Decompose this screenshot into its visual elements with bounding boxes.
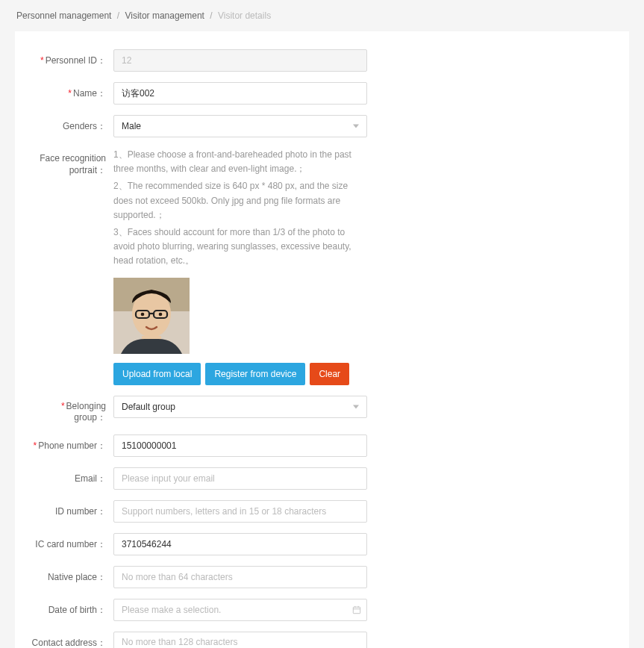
phone-input[interactable] (113, 434, 367, 457)
label-genders: Genders： (30, 115, 113, 133)
clear-button[interactable]: Clear (310, 363, 349, 385)
svg-point-6 (141, 312, 145, 316)
gender-select[interactable]: Male (113, 115, 367, 137)
dob-input[interactable] (113, 599, 367, 621)
label-personnel-id: *Personnel ID： (30, 49, 113, 67)
belonging-group-select[interactable]: Default group (113, 396, 367, 418)
upload-from-local-button[interactable]: Upload from local (113, 363, 201, 385)
label-belonging-group: *Belonging group： (30, 396, 113, 424)
breadcrumb-current: Visitor details (218, 10, 271, 21)
breadcrumb: Personnel management / Visitor managemen… (0, 0, 644, 31)
svg-rect-9 (353, 607, 360, 614)
portrait-image (113, 278, 190, 354)
ic-card-input[interactable] (113, 533, 367, 555)
name-input[interactable] (113, 82, 367, 105)
breadcrumb-visitor-mgmt[interactable]: Visitor management (125, 10, 204, 21)
personnel-id-input (113, 49, 367, 72)
breadcrumb-separator: / (117, 10, 119, 21)
label-ic-card: IC card number： (30, 533, 113, 551)
hint-line-2: 2、The recommended size is 640 px * 480 p… (113, 179, 367, 222)
breadcrumb-separator: / (210, 10, 212, 21)
portrait-hints: 1、Please choose a front-and-bareheaded p… (113, 148, 367, 269)
label-name: *Name： (30, 82, 113, 100)
svg-point-7 (159, 312, 163, 316)
native-place-input[interactable] (113, 566, 367, 588)
label-contact-address: Contact address： (30, 632, 113, 649)
hint-line-1: 1、Please choose a front-and-bareheaded p… (113, 148, 367, 176)
contact-address-textarea[interactable] (113, 632, 367, 649)
calendar-icon (352, 605, 361, 614)
breadcrumb-personnel[interactable]: Personnel management (16, 10, 111, 21)
gender-select-value: Male (122, 121, 141, 131)
register-from-device-button[interactable]: Register from device (205, 363, 305, 385)
form-card: *Personnel ID： *Name： Genders： Male Face… (15, 31, 629, 648)
email-input[interactable] (113, 467, 367, 490)
chevron-down-icon (353, 125, 359, 128)
label-dob: Date of birth： (30, 599, 113, 617)
label-native-place: Native place： (30, 566, 113, 584)
label-phone: *Phone number： (30, 434, 113, 452)
chevron-down-icon (353, 405, 359, 408)
label-email: Email： (30, 467, 113, 485)
label-face-portrait: Face recognition portrait： (30, 148, 113, 176)
belonging-group-value: Default group (122, 402, 175, 412)
hint-line-3: 3、Faces should account for more than 1/3… (113, 225, 367, 269)
label-id-number: ID number： (30, 500, 113, 518)
id-number-input[interactable] (113, 500, 367, 523)
